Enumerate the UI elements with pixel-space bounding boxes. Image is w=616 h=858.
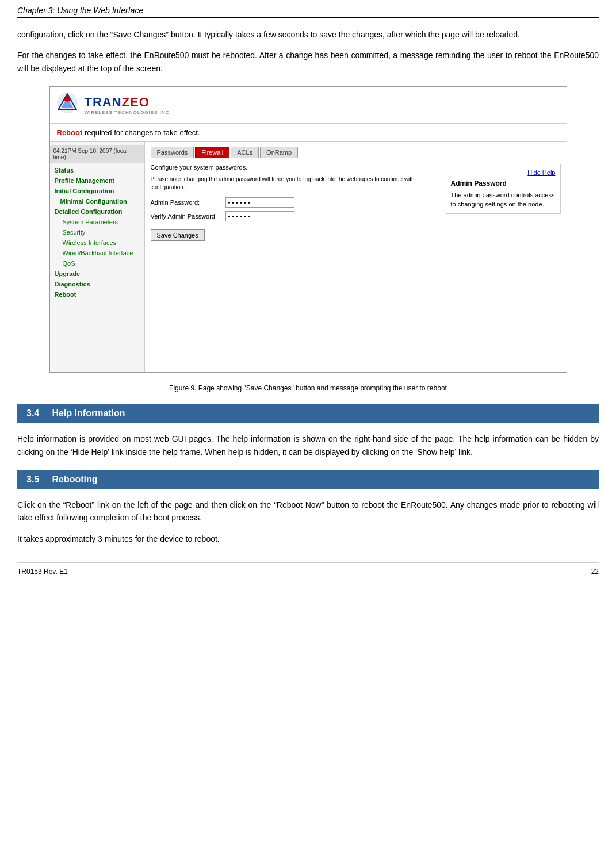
section-34-number: 3.4 bbox=[26, 408, 39, 418]
tranzeo-logo-icon bbox=[56, 91, 79, 118]
screenshot-box: TRANZEO WIRELESS TECHNOLOGIES INC. Reboo… bbox=[49, 86, 567, 373]
main-content-area: Passwords Firewall ACLs OnRamp Configure… bbox=[145, 142, 567, 372]
figure-caption: Figure 9. Page showing "Save Changes" bu… bbox=[17, 384, 599, 392]
inner-layout: 04:21PM Sep 10, 2007 (local time) Status… bbox=[50, 142, 567, 372]
sidebar-item-qos[interactable]: QoS bbox=[50, 258, 144, 269]
logo-subtitle: WIRELESS TECHNOLOGIES INC. bbox=[85, 110, 171, 115]
sidebar-item-detailed-config[interactable]: Detailed Configuration bbox=[50, 206, 144, 217]
reboot-word: Reboot bbox=[57, 128, 83, 137]
footer-right: 22 bbox=[591, 568, 599, 576]
section-34-heading: 3.4 Help Information bbox=[17, 404, 599, 423]
sidebar-time: 04:21PM Sep 10, 2007 (local time) bbox=[50, 145, 144, 163]
reboot-warning-text: required for changes to take effect. bbox=[85, 128, 200, 137]
tab-firewall[interactable]: Firewall bbox=[195, 147, 229, 158]
sidebar-item-reboot[interactable]: Reboot bbox=[50, 289, 144, 300]
form-area: Configure your system passwords. Please … bbox=[151, 164, 561, 241]
tab-passwords[interactable]: Passwords bbox=[151, 147, 194, 158]
chapter-title: Chapter 3: Using the Web Interface bbox=[17, 6, 143, 15]
form-description: Configure your system passwords. bbox=[151, 164, 440, 171]
sidebar-item-wireless[interactable]: Wireless Interfaces bbox=[50, 238, 144, 248]
logo-zeo: ZEO bbox=[122, 95, 150, 109]
section-34-text: Help information is provided on most web… bbox=[17, 432, 599, 458]
section-35-heading: 3.5 Rebooting bbox=[17, 470, 599, 489]
footer-left: TR0153 Rev. E1 bbox=[17, 568, 68, 576]
sidebar: 04:21PM Sep 10, 2007 (local time) Status… bbox=[50, 142, 145, 372]
sidebar-item-system-params[interactable]: System Parameters bbox=[50, 217, 144, 227]
section-35-p2: It takes approximately 3 minutes for the… bbox=[17, 533, 599, 545]
form-left-panel: Configure your system passwords. Please … bbox=[151, 164, 440, 241]
paragraph-1: configuration, click on the “Save Change… bbox=[17, 28, 599, 41]
help-panel: Hide Help Admin Password The admin passw… bbox=[446, 164, 561, 214]
help-title: Admin Password bbox=[451, 179, 556, 187]
chapter-header: Chapter 3: Using the Web Interface bbox=[17, 6, 599, 18]
section-35-title: Rebooting bbox=[52, 474, 97, 484]
sidebar-item-initial-config[interactable]: Initial Configuration bbox=[50, 186, 144, 196]
form-note: Please note: changing the admin password… bbox=[151, 175, 440, 191]
logo-text: TRANZEO WIRELESS TECHNOLOGIES INC. bbox=[85, 95, 171, 115]
logo-area: TRANZEO WIRELESS TECHNOLOGIES INC. bbox=[50, 87, 567, 124]
save-changes-button[interactable]: Save Changes bbox=[151, 229, 205, 241]
verify-password-label: Verify Admin Password: bbox=[151, 213, 225, 220]
verify-password-input[interactable] bbox=[225, 211, 294, 221]
admin-password-row: Admin Password: bbox=[151, 197, 440, 208]
sidebar-item-upgrade[interactable]: Upgrade bbox=[50, 269, 144, 279]
section-35-p1: Click on the “Reboot” link on the left o… bbox=[17, 499, 599, 524]
sidebar-item-security[interactable]: Security bbox=[50, 227, 144, 238]
sidebar-item-diagnostics[interactable]: Diagnostics bbox=[50, 279, 144, 289]
verify-password-row: Verify Admin Password: bbox=[151, 211, 440, 221]
sidebar-item-minimal-config[interactable]: Minimal Configuration bbox=[50, 196, 144, 206]
tab-acls[interactable]: ACLs bbox=[231, 147, 259, 158]
tab-onramp[interactable]: OnRamp bbox=[260, 147, 298, 158]
reboot-warning-bar: Reboot required for changes to take effe… bbox=[50, 124, 567, 142]
hide-help-link[interactable]: Hide Help bbox=[451, 169, 556, 176]
section-35-number: 3.5 bbox=[26, 474, 39, 484]
help-text: The admin password controls access to ch… bbox=[451, 191, 556, 209]
sidebar-item-wired[interactable]: Wired/Backhaul Interface bbox=[50, 248, 144, 258]
sidebar-item-profile-mgmt[interactable]: Profile Management bbox=[50, 175, 144, 186]
admin-password-label: Admin Password: bbox=[151, 199, 225, 206]
page-footer: TR0153 Rev. E1 22 bbox=[17, 562, 599, 576]
paragraph-2: For the changes to take effect, the EnRo… bbox=[17, 49, 599, 75]
admin-password-input[interactable] bbox=[225, 197, 294, 208]
logo-tran: TRAN bbox=[85, 95, 122, 109]
sidebar-item-status[interactable]: Status bbox=[50, 165, 144, 175]
tab-bar: Passwords Firewall ACLs OnRamp bbox=[151, 147, 561, 158]
section-34-title: Help Information bbox=[52, 408, 125, 418]
